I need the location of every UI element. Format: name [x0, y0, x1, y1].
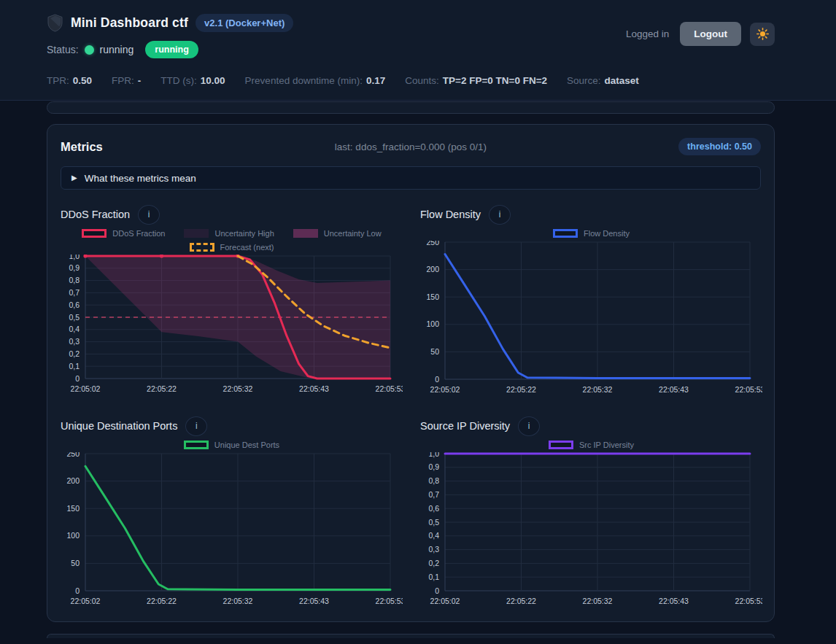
info-button[interactable]: i [489, 205, 511, 225]
stat-value: 10.00 [201, 75, 225, 86]
stat-value: 0.17 [366, 75, 385, 86]
header-top: Mini Dashboard ctf v2.1 (Docker+Net) Sta… [47, 12, 775, 58]
status-badge: running [145, 41, 198, 58]
header-right: Logged in Logout [626, 22, 775, 46]
legend-swatch [184, 229, 209, 238]
svg-text:22:05:22: 22:05:22 [506, 385, 536, 394]
svg-text:22:05:02: 22:05:02 [430, 597, 460, 605]
chart-plot: 25020015010050022:05:0222:05:2222:05:322… [61, 452, 403, 610]
chart-title: Flow Density [420, 209, 481, 220]
legend-swatch [184, 441, 209, 449]
svg-text:250: 250 [66, 452, 80, 458]
shield-icon [47, 14, 63, 32]
chart-unique-destination-ports: Unique Destination Ports i Unique Dest P… [61, 416, 403, 610]
legend-item[interactable]: Forecast (next) [190, 243, 274, 252]
legend-item[interactable]: Flow Density [553, 229, 630, 238]
stat-value: 0.50 [73, 75, 92, 86]
svg-text:0,6: 0,6 [69, 300, 80, 309]
stat-label: Source: [567, 75, 601, 86]
svg-text:100: 100 [426, 319, 439, 328]
status-dot-icon [85, 45, 94, 55]
svg-text:22:05:22: 22:05:22 [506, 597, 536, 605]
next-card-edge [47, 634, 775, 638]
svg-text:0,1: 0,1 [69, 362, 80, 371]
legend-item[interactable]: Uncertainty High [184, 229, 274, 238]
page-title: Mini Dashboard ctf [71, 15, 188, 31]
legend-item[interactable]: Src IP Diversity [549, 441, 634, 449]
legend-swatch [549, 441, 573, 449]
metrics-explainer-toggle[interactable]: ▶ What these metrics mean [61, 166, 761, 190]
svg-text:0,3: 0,3 [69, 337, 80, 346]
stat-label: Prevented downtime (min): [245, 75, 363, 86]
stats-row: TPR:0.50FPR:-TTD (s):10.00Prevented down… [47, 75, 775, 86]
legend-swatch [553, 229, 578, 238]
legend-swatch [82, 229, 107, 238]
theme-toggle-button[interactable] [750, 23, 775, 46]
svg-text:0,5: 0,5 [428, 518, 439, 527]
svg-text:22:05:53: 22:05:53 [735, 385, 762, 394]
stat-value: - [138, 75, 142, 86]
chart-source-ip-diversity: Source IP Diversity i Src IP Diversity 1… [420, 416, 762, 610]
info-button[interactable]: i [185, 416, 207, 436]
legend-item[interactable]: Uncertainty Low [293, 229, 382, 238]
stat-item: Counts:TP=2 FP=0 TN=0 FN=2 [405, 75, 547, 86]
svg-text:22:05:32: 22:05:32 [583, 597, 613, 605]
sun-icon [756, 28, 769, 40]
svg-text:150: 150 [66, 504, 80, 513]
svg-text:0,2: 0,2 [428, 559, 439, 567]
svg-text:22:05:22: 22:05:22 [147, 597, 177, 605]
logged-in-label: Logged in [626, 28, 669, 39]
status-row: Status: running running [47, 41, 293, 58]
legend-label: Src IP Diversity [579, 441, 634, 449]
svg-text:1,0: 1,0 [69, 255, 80, 260]
svg-text:22:05:02: 22:05:02 [71, 597, 101, 605]
svg-text:0,9: 0,9 [69, 263, 80, 272]
caret-right-icon: ▶ [71, 174, 77, 182]
svg-text:150: 150 [426, 292, 439, 301]
info-button[interactable]: i [138, 205, 160, 225]
legend-item[interactable]: DDoS Fraction [82, 229, 165, 238]
legend-label: Uncertainty High [214, 229, 274, 238]
stat-item: TTD (s):10.00 [160, 75, 225, 86]
legend-item[interactable]: Unique Dest Ports [184, 441, 279, 449]
app-header: Mini Dashboard ctf v2.1 (Docker+Net) Sta… [0, 0, 836, 101]
svg-text:22:05:02: 22:05:02 [430, 385, 460, 394]
legend-label: DDoS Fraction [112, 229, 165, 238]
metrics-panel-header: Metrics last: ddos_fraction=0.000 (pos 0… [61, 136, 761, 157]
svg-text:50: 50 [430, 347, 439, 356]
svg-text:0: 0 [75, 374, 80, 383]
chart-legend: DDoS FractionUncertainty HighUncertainty… [61, 229, 403, 252]
chart-title: Source IP Diversity [420, 420, 510, 432]
logout-button[interactable]: Logout [680, 22, 741, 46]
stat-item: Prevented downtime (min):0.17 [245, 75, 386, 86]
explainer-label: What these metrics mean [85, 173, 196, 184]
svg-text:22:05:02: 22:05:02 [71, 384, 101, 393]
info-button[interactable]: i [518, 416, 540, 436]
status-label: Status: [47, 44, 79, 55]
chart-legend: Src IP Diversity [420, 441, 762, 449]
svg-text:0,5: 0,5 [69, 313, 80, 322]
svg-text:200: 200 [426, 265, 439, 273]
legend-swatch [190, 243, 214, 252]
metrics-panel: Metrics last: ddos_fraction=0.000 (pos 0… [47, 124, 775, 622]
svg-text:0,7: 0,7 [428, 490, 439, 499]
chart-ddos-fraction: DDoS Fraction i DDoS FractionUncertainty… [61, 204, 403, 398]
svg-text:0: 0 [75, 586, 80, 595]
stat-label: FPR: [112, 75, 134, 86]
chart-flow-density: Flow Density i Flow Density 250200150100… [420, 204, 762, 398]
svg-text:250: 250 [426, 241, 439, 247]
svg-text:22:05:32: 22:05:32 [583, 385, 613, 394]
svg-text:0,3: 0,3 [428, 545, 439, 554]
chart-plot: 25020015010050022:05:0222:05:2222:05:322… [420, 241, 762, 398]
charts-grid: DDoS Fraction i DDoS FractionUncertainty… [61, 204, 761, 610]
stat-item: Source:dataset [567, 75, 639, 86]
stat-value: dataset [605, 75, 639, 86]
svg-text:22:05:32: 22:05:32 [223, 597, 253, 605]
legend-swatch [293, 229, 318, 238]
svg-text:0,9: 0,9 [428, 462, 439, 471]
chart-plot: 1,00,90,80,70,60,50,40,30,20,1022:05:022… [61, 255, 403, 397]
chart-legend: Flow Density [420, 229, 762, 238]
stat-label: TPR: [47, 75, 69, 86]
svg-text:22:05:32: 22:05:32 [223, 384, 253, 393]
svg-text:22:05:53: 22:05:53 [735, 597, 762, 605]
